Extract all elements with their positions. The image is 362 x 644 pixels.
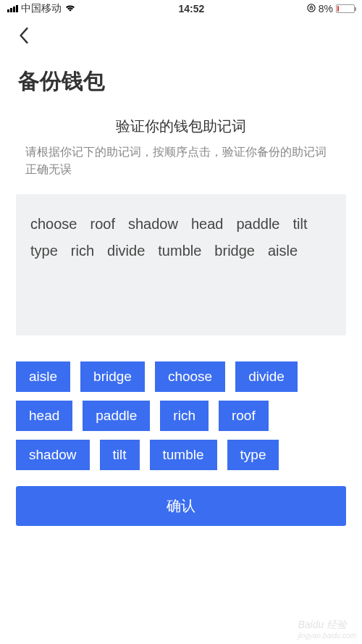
word-chip[interactable]: bridge — [80, 361, 145, 392]
selected-word[interactable]: tumble — [158, 243, 201, 259]
selected-words-box: chooseroofshadowheadpaddletilttyperichdi… — [16, 194, 346, 335]
selected-word[interactable]: shadow — [128, 216, 178, 233]
word-chip[interactable]: tumble — [150, 440, 217, 470]
selected-words-list: chooseroofshadowheadpaddletilttyperichdi… — [30, 216, 332, 259]
selected-word[interactable]: roof — [90, 216, 115, 233]
selected-word[interactable]: type — [30, 243, 58, 259]
page-subtitle: 验证你的钱包助记词 — [0, 117, 362, 136]
word-chip[interactable]: tilt — [100, 440, 140, 470]
page-instruction: 请根据你记下的助记词，按顺序点击，验证你备份的助记词正确无误 — [0, 143, 362, 178]
selected-word[interactable]: bridge — [214, 243, 255, 259]
selected-word[interactable]: head — [191, 216, 224, 233]
selected-word[interactable]: aisle — [268, 243, 298, 259]
nav-bar — [0, 17, 362, 54]
selected-word[interactable]: divide — [107, 243, 145, 259]
word-chip[interactable]: paddle — [83, 401, 150, 431]
wifi-icon — [64, 3, 76, 14]
word-chip[interactable]: divide — [235, 361, 298, 392]
selected-word[interactable]: rich — [71, 243, 94, 259]
signal-bars-icon — [7, 5, 18, 12]
watermark: Baidu 经验 jingyan.baidu.com — [298, 619, 356, 640]
word-chip[interactable]: type — [227, 440, 279, 470]
selected-word[interactable]: choose — [30, 216, 77, 233]
word-chip-list: aislebridgechoosedivideheadpaddlerichroo… — [16, 361, 346, 470]
back-button[interactable] — [13, 25, 35, 46]
word-chip[interactable]: choose — [155, 361, 225, 392]
carrier-label: 中国移动 — [21, 2, 62, 15]
battery-icon — [336, 4, 355, 13]
selected-word[interactable]: tilt — [292, 216, 307, 233]
svg-point-0 — [308, 4, 315, 12]
status-bar: 中国移动 14:52 8% — [0, 0, 362, 17]
word-chip[interactable]: shadow — [16, 440, 90, 470]
word-chip[interactable]: head — [16, 401, 72, 431]
chevron-left-icon — [19, 28, 29, 43]
confirm-button[interactable]: 确认 — [16, 486, 346, 526]
status-right: 8% — [307, 3, 355, 14]
selected-word[interactable]: paddle — [236, 216, 279, 233]
status-time: 14:52 — [178, 3, 204, 14]
word-chip[interactable]: roof — [219, 401, 269, 431]
battery-percent: 8% — [319, 3, 333, 14]
word-chip[interactable]: rich — [160, 401, 209, 431]
orientation-lock-icon — [307, 3, 316, 14]
word-chip[interactable]: aisle — [16, 361, 70, 392]
page-title: 备份钱包 — [0, 54, 362, 117]
status-left: 中国移动 — [7, 2, 76, 15]
